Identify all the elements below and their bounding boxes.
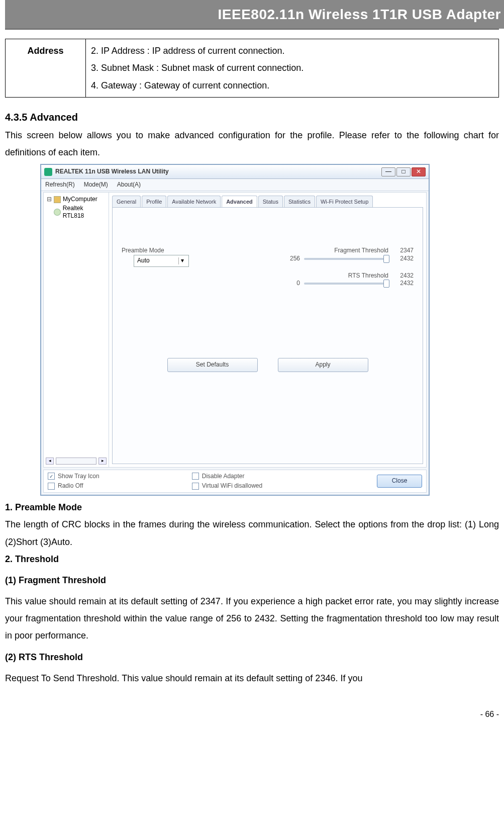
- fragment-min: 256: [280, 255, 300, 263]
- scroll-left-icon[interactable]: ◂: [46, 458, 54, 465]
- paragraph-rts: Request To Send Threshold. This value sh…: [5, 670, 499, 687]
- preamble-combo[interactable]: Auto ▾: [134, 255, 189, 267]
- section-intro: This screen below allows you to make adv…: [5, 127, 499, 161]
- fragment-value: 2347: [393, 247, 414, 255]
- app-window: REALTEK 11n USB Wireless LAN Utility — □…: [40, 164, 430, 496]
- tab-profile[interactable]: Profile: [142, 196, 166, 207]
- slider-thumb-icon[interactable]: [383, 255, 389, 263]
- app-icon: [44, 168, 52, 176]
- doc-header: IEEE802.11n Wireless 1T1R USB Adapter: [5, 0, 504, 29]
- tab-available-network[interactable]: Available Network: [167, 196, 221, 207]
- rts-value: 2432: [393, 272, 414, 280]
- address-table: Address 2. IP Address : IP address of cu…: [5, 39, 499, 98]
- paragraph-fragment: This value should remain at its default …: [5, 593, 499, 645]
- tree-child[interactable]: Realtek RTL818: [63, 205, 106, 220]
- scroll-track[interactable]: [56, 458, 96, 465]
- fragment-label: Fragment Threshold: [334, 247, 388, 255]
- scroll-right-icon[interactable]: ▸: [98, 458, 107, 465]
- close-button[interactable]: Close: [377, 475, 422, 488]
- menu-about[interactable]: About(A): [117, 181, 141, 189]
- virtual-wifi-label: Virtual WiFi disallowed: [202, 482, 263, 490]
- page-number: - 66 -: [5, 707, 499, 722]
- disable-adapter-checkbox[interactable]: Disable Adapter: [192, 473, 263, 481]
- content-area: ⊟MyComputer Realtek RTL818 ◂ ▸ General P…: [43, 192, 427, 468]
- address-header-cell: Address: [6, 39, 86, 98]
- address-line-4: 4. Gateway : Gateway of current connecti…: [91, 77, 493, 94]
- tab-statistics[interactable]: Statistics: [284, 196, 315, 207]
- preamble-value: Auto: [137, 257, 150, 265]
- menubar: Refresh(R) Mode(M) About(A): [41, 179, 429, 191]
- rts-max: 2432: [393, 280, 414, 288]
- radio-off-label: Radio Off: [58, 482, 83, 490]
- disable-adapter-label: Disable Adapter: [202, 473, 245, 481]
- show-tray-checkbox[interactable]: ✓Show Tray Icon: [48, 473, 99, 481]
- heading-preamble: 1. Preamble Mode: [5, 499, 499, 516]
- address-line-2: 2. IP Address : IP address of current co…: [91, 42, 493, 59]
- footer-bar: ✓Show Tray Icon Radio Off Disable Adapte…: [43, 470, 427, 493]
- window-title: REALTEK 11n USB Wireless LAN Utility: [55, 168, 381, 176]
- section-heading: 4.3.5 Advanced: [5, 108, 499, 127]
- adapter-icon: [54, 209, 61, 216]
- menu-mode[interactable]: Mode(M): [84, 181, 108, 189]
- maximize-button[interactable]: □: [396, 167, 411, 176]
- tab-general[interactable]: General: [112, 196, 141, 207]
- minimize-button[interactable]: —: [381, 167, 395, 176]
- paragraph-preamble: The length of CRC blocks in the frames d…: [5, 516, 499, 550]
- close-window-button[interactable]: ✕: [412, 167, 426, 176]
- computer-icon: [54, 196, 61, 203]
- tab-body: Preamble Mode Auto ▾ Fragment Threshold …: [112, 207, 423, 464]
- tree-root[interactable]: MyComputer: [63, 196, 97, 204]
- tab-advanced[interactable]: Advanced: [222, 196, 257, 207]
- tab-strip: General Profile Available Network Advanc…: [109, 193, 426, 207]
- tab-wps[interactable]: Wi-Fi Protect Setup: [316, 196, 373, 207]
- show-tray-label: Show Tray Icon: [58, 473, 99, 481]
- preamble-label: Preamble Mode: [122, 247, 250, 255]
- fragment-slider[interactable]: [304, 258, 389, 260]
- chevron-down-icon: ▾: [178, 257, 185, 264]
- titlebar[interactable]: REALTEK 11n USB Wireless LAN Utility — □…: [41, 165, 429, 179]
- rts-min: 0: [280, 280, 300, 288]
- header-rule: [5, 29, 499, 30]
- menu-refresh[interactable]: Refresh(R): [45, 181, 75, 189]
- heading-threshold: 2. Threshold: [5, 551, 499, 568]
- rts-label: RTS Threshold: [348, 272, 388, 280]
- rts-slider[interactable]: [304, 283, 389, 285]
- fragment-max: 2432: [393, 255, 414, 263]
- virtual-wifi-checkbox[interactable]: Virtual WiFi disallowed: [192, 482, 263, 490]
- heading-rts: (2) RTS Threshold: [5, 649, 499, 666]
- tab-status[interactable]: Status: [258, 196, 283, 207]
- device-tree[interactable]: ⊟MyComputer Realtek RTL818 ◂ ▸: [44, 193, 109, 467]
- apply-button[interactable]: Apply: [278, 358, 368, 372]
- tree-scrollbar[interactable]: ◂ ▸: [46, 457, 107, 465]
- slider-thumb-icon[interactable]: [383, 280, 389, 288]
- right-panel: General Profile Available Network Advanc…: [109, 193, 426, 467]
- radio-off-checkbox[interactable]: Radio Off: [48, 482, 99, 490]
- address-line-3: 3. Subnet Mask : Subnet mask of current …: [91, 59, 493, 76]
- heading-fragment: (1) Fragment Threshold: [5, 572, 499, 589]
- address-content-cell: 2. IP Address : IP address of current co…: [86, 39, 499, 98]
- set-defaults-button[interactable]: Set Defaults: [167, 358, 258, 372]
